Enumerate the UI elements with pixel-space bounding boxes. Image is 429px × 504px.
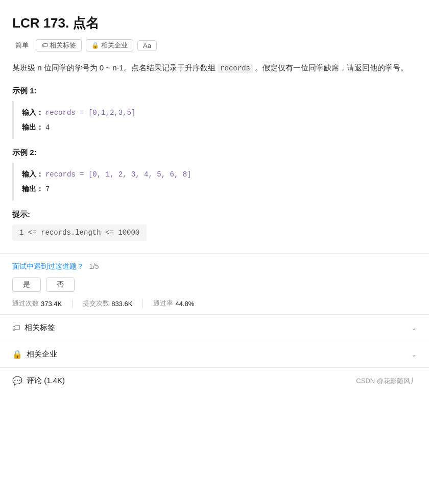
yn-row: 是 否 (12, 278, 417, 292)
csdn-credit: CSDN @花影随风丿 (356, 376, 417, 386)
example2-input: 输入： records = [0, 1, 2, 3, 4, 5, 6, 8] (22, 167, 409, 182)
pass-count-stat: 通过次数 373.4K (12, 299, 72, 308)
related-company-button[interactable]: 🔒 相关企业 (86, 39, 133, 52)
desc-before: 某班级 n 位同学的学号为 0 ~ n-1。点名结果记录于升序数组 (12, 63, 218, 72)
example1-output-label: 输出： (22, 123, 43, 131)
example1-input-value: records = [0,1,2,3,5] (45, 109, 135, 117)
hint-value: 1 <= records.length <= 10000 (12, 224, 147, 241)
comment-icon: 💬 (12, 376, 22, 386)
stats-row: 通过次数 373.4K 提交次数 833.6K 通过率 44.8% (12, 299, 417, 308)
pass-rate-value: 44.8% (175, 300, 194, 308)
example1-input: 输入： records = [0,1,2,3,5] (22, 105, 409, 120)
interview-question-row: 面试中遇到过这道题？ 1/5 (12, 262, 417, 271)
related-company-left: 🔒 相关企业 (12, 349, 57, 359)
example2-input-value: records = [0, 1, 2, 3, 4, 5, 6, 8] (45, 170, 192, 179)
yes-button[interactable]: 是 (12, 278, 41, 292)
comment-label: 评论 (1.4K) (27, 376, 65, 386)
tags-row: 简单 🏷 相关标签 🔒 相关企业 Aa (12, 39, 417, 52)
example2-input-label: 输入： (22, 170, 43, 178)
tag-section-icon: 🏷 (12, 323, 20, 333)
tag-company-label: 相关企业 (101, 41, 128, 50)
tag-related-label: 相关标签 (50, 41, 76, 50)
lock-icon: 🔒 (91, 42, 99, 49)
interview-question-text: 面试中遇到过这道题？ (12, 262, 84, 270)
difficulty-tag: 简单 (12, 40, 32, 51)
related-tags-section-label: 相关标签 (25, 323, 55, 333)
desc-code: records (218, 64, 253, 73)
interview-section: 面试中遇到过这道题？ 1/5 是 否 通过次数 373.4K 提交次数 833.… (0, 254, 429, 315)
example2-title: 示例 2: (12, 148, 417, 158)
example1-input-label: 输入： (22, 108, 43, 116)
chevron-down-icon: ⌄ (411, 324, 417, 332)
example2-block: 输入： records = [0, 1, 2, 3, 4, 5, 6, 8] 输… (12, 163, 417, 200)
font-button[interactable]: Aa (137, 40, 157, 51)
chevron-down-icon-2: ⌄ (411, 350, 417, 358)
no-button[interactable]: 否 (46, 278, 75, 292)
pass-value: 373.4K (41, 300, 62, 308)
desc-after: 。假定仅有一位同学缺席，请返回他的学号。 (253, 63, 408, 72)
submit-count-stat: 提交次数 833.6K (72, 299, 142, 308)
submit-label: 提交次数 (83, 299, 109, 308)
problem-description: 某班级 n 位同学的学号为 0 ~ n-1。点名结果记录于升序数组 record… (12, 61, 417, 75)
related-tags-button[interactable]: 🏷 相关标签 (36, 39, 82, 52)
tag-icon: 🏷 (41, 42, 47, 49)
font-label: Aa (143, 42, 151, 49)
pass-label: 通过次数 (12, 299, 39, 308)
example2-output-label: 输出： (22, 185, 43, 193)
example1-block: 输入： records = [0,1,2,3,5] 输出： 4 (12, 101, 417, 139)
related-company-section[interactable]: 🔒 相关企业 ⌄ (0, 341, 429, 368)
comment-row[interactable]: 💬 评论 (1.4K) CSDN @花影随风丿 (0, 368, 429, 394)
comment-left: 💬 评论 (1.4K) (12, 376, 65, 386)
example1-title: 示例 1: (12, 86, 417, 96)
example2-output: 输出： 7 (22, 182, 409, 196)
pass-rate-stat: 通过率 44.8% (142, 299, 204, 308)
page-title: LCR 173. 点名 (12, 14, 417, 32)
hint-title: 提示: (12, 210, 417, 219)
example1-output: 输出： 4 (22, 120, 409, 135)
interview-fraction: 1/5 (89, 262, 99, 270)
example2-output-value: 7 (45, 185, 50, 193)
related-tags-left: 🏷 相关标签 (12, 323, 55, 333)
example1-output-value: 4 (45, 123, 50, 132)
related-tags-section[interactable]: 🏷 相关标签 ⌄ (0, 315, 429, 341)
pass-rate-label: 通过率 (153, 299, 173, 308)
lock-section-icon: 🔒 (12, 349, 22, 359)
related-company-section-label: 相关企业 (27, 349, 57, 359)
submit-value: 833.6K (111, 300, 132, 308)
